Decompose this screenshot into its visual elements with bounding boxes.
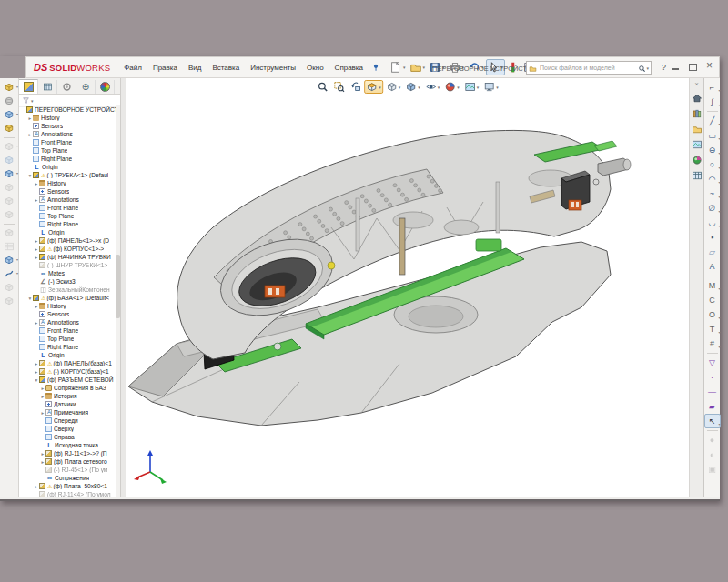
tree-item-33[interactable]: ▸⚠(-) КОРПУС(база)<1	[19, 367, 116, 376]
apply-scene-button[interactable]: ▾	[462, 80, 481, 94]
trim-entities-button[interactable]: T▾	[704, 322, 721, 336]
tree-item-20[interactable]: (-) ШНУР ТРУБКИ<1>	[19, 261, 116, 269]
hide-show-items-caret-icon[interactable]: ▾	[438, 85, 440, 90]
tree-item-13[interactable]: Front Plane	[19, 204, 116, 212]
menu-3[interactable]: Вид	[184, 61, 206, 75]
sketch-caret-icon[interactable]: ▾	[718, 88, 720, 93]
tree-item-21[interactable]: ∞Mates	[19, 269, 116, 277]
trim-entities-caret-icon[interactable]: ▾	[718, 330, 720, 335]
tree-item-1[interactable]: ПЕРЕГОВОРНОЕ УСТРОЙСТВО	[19, 105, 116, 114]
smart-dimension-button[interactable]: ∫▾	[704, 95, 721, 109]
edit-appearance-button[interactable]: ▾	[442, 80, 461, 94]
zoom-to-area-button[interactable]	[331, 80, 347, 94]
file-explorer-tab[interactable]	[691, 123, 703, 135]
exploded-view-button[interactable]: ▾	[2, 254, 16, 266]
tree-item-28[interactable]: Front Plane	[19, 326, 116, 335]
tree-item-37[interactable]: Датчики	[19, 400, 116, 408]
close-button[interactable]	[704, 62, 715, 73]
tree-item-48[interactable]: (ф) RJ-11<4> (По умол	[19, 490, 116, 497]
display-style-button[interactable]: ▾	[403, 80, 422, 94]
minimize-button[interactable]	[670, 62, 681, 73]
section-view-caret-icon[interactable]: ▾	[379, 85, 381, 90]
search-box[interactable]: Поиск файлов и моделей ▾	[526, 61, 652, 75]
view-settings-caret-icon[interactable]: ▾	[496, 85, 499, 90]
tree-item-6[interactable]: Top Plane	[19, 146, 116, 155]
tab-dimxpert-manager[interactable]: ⊕	[76, 80, 96, 94]
view-settings-button[interactable]: ▾	[481, 80, 500, 94]
tree-item-30[interactable]: Right Plane	[19, 343, 116, 351]
tree-item-11[interactable]: Sensors	[19, 187, 116, 196]
menu-1[interactable]: Файл	[119, 61, 147, 75]
menu-5[interactable]: Инструменты	[246, 61, 300, 75]
filter-faces-button[interactable]: ▰	[704, 399, 721, 414]
exploded-view-caret-icon[interactable]: ▾	[16, 257, 18, 262]
linear-sketch-pattern-button[interactable]: #▾	[704, 336, 721, 351]
tree-item-22[interactable]: ∠(-) Эскиз3	[19, 277, 116, 286]
sketch-fillet-button[interactable]: ◡▾	[704, 216, 721, 230]
mate-button[interactable]	[2, 122, 16, 135]
filter-toggle-button[interactable]: ▽	[704, 356, 721, 370]
tree-item-36[interactable]: ▸История	[19, 392, 116, 400]
corner-rectangle-button[interactable]: ▭▾	[704, 128, 721, 143]
tree-item-47[interactable]: ▸⚠(ф) Плата_50x80<1	[19, 482, 116, 490]
ellipse-caret-icon[interactable]: ▾	[718, 209, 720, 214]
restore-button[interactable]	[687, 62, 698, 73]
line-button[interactable]: ╱▾	[704, 114, 721, 128]
apply-scene-caret-icon[interactable]: ▾	[477, 85, 480, 90]
tree-item-40[interactable]: Сверху	[19, 425, 116, 433]
graphics-viewport[interactable]: ▾▾▾▾▾▾▾	[126, 78, 689, 497]
smart-dimension-caret-icon[interactable]: ▾	[718, 103, 720, 107]
tree-item-17[interactable]: ▸(ф) ПАНЕЛЬ<1>->x (D	[19, 236, 116, 245]
move-component-caret-icon[interactable]: ▾	[16, 171, 18, 176]
custom-properties-tab[interactable]	[691, 169, 703, 182]
appearances-scenes-tab[interactable]	[691, 154, 703, 166]
straight-slot-button[interactable]: ⊖▾	[704, 143, 721, 157]
tree-item-39[interactable]: Спереди	[19, 416, 116, 425]
tree-item-27[interactable]: ▸Annotations	[19, 318, 116, 326]
edit-appearance-caret-icon[interactable]: ▾	[457, 85, 460, 90]
filter-vertices-button[interactable]: ·	[704, 370, 721, 385]
move-component-button[interactable]: ▾	[2, 167, 16, 180]
view-palette-tab[interactable]	[691, 138, 703, 151]
convert-entities-button[interactable]: C	[704, 293, 721, 307]
tree-item-24[interactable]: ▾⚠(ф) БАЗА<1> (Default<	[19, 294, 116, 302]
circle-button[interactable]: ○▾	[704, 157, 721, 172]
ellipse-button[interactable]: ∅▾	[704, 201, 721, 216]
tree-item-14[interactable]: Top Plane	[19, 212, 116, 220]
tree-item-9[interactable]: ▾⚠(-) ТРУБКА<1> (Defaul	[19, 171, 116, 179]
tree-item-23[interactable]: ◫ЗеркальныйКомпонен	[19, 286, 116, 294]
tab-feature-manager[interactable]	[19, 79, 38, 94]
tree-scrollbar[interactable]	[116, 105, 120, 497]
tree-item-19[interactable]: ▸(ф) НАЧИНКА ТРУБКИ	[19, 253, 116, 261]
design-library-tab[interactable]	[691, 107, 703, 120]
linear-component-pattern-caret-icon[interactable]: ▾	[16, 144, 18, 148]
select-cursor-button[interactable]: ↖▾	[704, 414, 721, 428]
text-button[interactable]: A	[704, 259, 721, 274]
tab-configuration-manager[interactable]	[57, 80, 76, 94]
edit-component-button[interactable]: ▾	[2, 81, 16, 94]
insert-components-caret-icon[interactable]: ▾	[16, 112, 18, 116]
tree-item-46[interactable]: ∞Сопряжения	[19, 474, 116, 482]
tree-item-26[interactable]: Sensors	[19, 310, 116, 318]
new-caret-icon[interactable]: ▾	[403, 65, 406, 70]
open-button[interactable]: ▾	[408, 59, 428, 75]
view-orientation-button[interactable]: ▾	[384, 80, 403, 94]
filter-caret-icon[interactable]: ▾	[31, 98, 34, 104]
open-caret-icon[interactable]: ▾	[423, 65, 426, 70]
display-style-caret-icon[interactable]: ▾	[418, 85, 420, 90]
tree-item-25[interactable]: ▸History	[19, 302, 116, 310]
tree-item-2[interactable]: ▸History	[19, 114, 116, 122]
spline-caret-icon[interactable]: ▾	[718, 195, 720, 199]
offset-entities-caret-icon[interactable]: ▾	[718, 316, 720, 320]
menu-2[interactable]: Правка	[148, 61, 182, 75]
tree-item-43[interactable]: ▸(ф) RJ-11<1>->? (П	[19, 449, 116, 457]
zoom-to-fit-button[interactable]	[315, 80, 330, 94]
tree-item-12[interactable]: ▸Annotations	[19, 196, 116, 204]
search-icon[interactable]	[638, 60, 646, 76]
menu-6[interactable]: Окно	[302, 61, 329, 75]
tree-item-10[interactable]: ▸History	[19, 179, 116, 187]
tab-property-manager[interactable]	[38, 80, 57, 94]
straight-slot-caret-icon[interactable]: ▾	[718, 151, 720, 156]
select-cursor-caret-icon[interactable]: ▾	[718, 422, 720, 426]
tab-display-manager[interactable]	[96, 80, 115, 94]
